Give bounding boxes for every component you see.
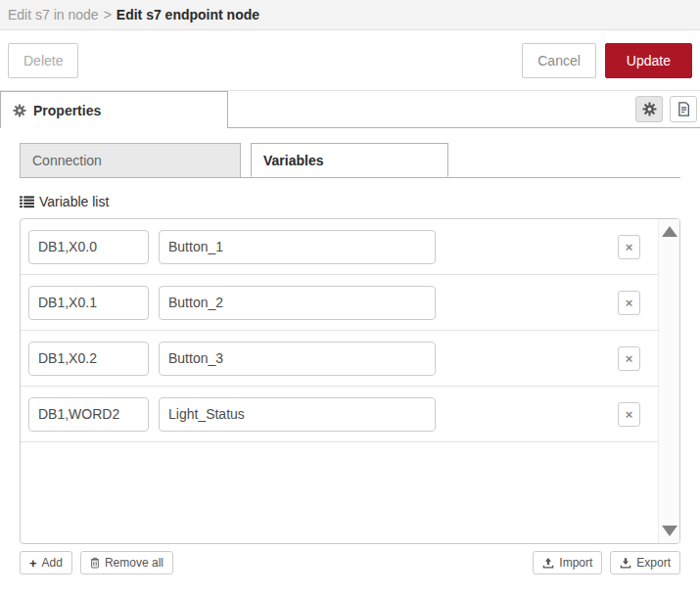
cancel-button[interactable]: Cancel (522, 43, 596, 78)
node-settings-button[interactable] (635, 96, 663, 122)
address-input[interactable] (28, 230, 149, 264)
editor-tab-bar: Properties (0, 91, 700, 128)
node-description-button[interactable] (670, 96, 697, 122)
name-input[interactable] (159, 342, 436, 376)
remove-all-button[interactable]: Remove all (80, 551, 173, 574)
close-icon: × (626, 408, 633, 421)
delete-row-button[interactable]: × (618, 291, 640, 315)
close-icon: × (626, 297, 633, 309)
add-button[interactable]: + Add (20, 551, 72, 574)
breadcrumb-separator: > (104, 7, 112, 23)
list-icon (20, 196, 34, 208)
delete-row-button[interactable]: × (618, 235, 640, 259)
variable-rows: × × × × (21, 219, 658, 442)
trash-icon (90, 557, 100, 569)
section-tab-bar: Connection Variables (20, 143, 680, 178)
gear-icon (13, 104, 26, 117)
variable-list: × × × × (20, 218, 680, 544)
scrollbar[interactable] (658, 219, 679, 543)
tab-properties[interactable]: Properties (0, 91, 228, 128)
variable-list-label: Variable list (39, 194, 109, 209)
variable-row: × (21, 387, 658, 442)
upload-icon (542, 558, 554, 569)
list-footer: + Add Remove all (20, 551, 680, 574)
close-icon: × (626, 241, 633, 253)
address-input[interactable] (28, 286, 149, 320)
breadcrumb: Edit s7 in node > Edit s7 endpoint node (0, 0, 700, 30)
variable-row: × (21, 275, 658, 331)
download-icon (620, 558, 631, 569)
tab-variables-label: Variables (263, 153, 324, 168)
export-button[interactable]: Export (610, 551, 680, 574)
variable-row: × (21, 331, 658, 387)
address-input[interactable] (28, 342, 149, 376)
name-input[interactable] (159, 286, 436, 320)
delete-row-button[interactable]: × (618, 402, 640, 427)
tab-properties-label: Properties (33, 103, 101, 118)
delete-button[interactable]: Delete (8, 43, 78, 78)
tab-connection-label: Connection (32, 153, 102, 168)
editor-side-buttons (635, 91, 697, 127)
import-export-group: Import Export (533, 551, 680, 574)
add-button-label: Add (42, 556, 63, 570)
properties-panel: Connection Variables Variable list (0, 143, 700, 574)
gear-icon (642, 102, 657, 116)
tab-variables[interactable]: Variables (251, 143, 448, 177)
variable-row: × (21, 219, 658, 275)
export-label: Export (636, 556, 671, 570)
triangle-down-icon[interactable] (662, 526, 677, 536)
address-input[interactable] (28, 397, 149, 432)
name-input[interactable] (159, 397, 436, 432)
edit-toolbar: Delete Cancel Update (0, 30, 700, 91)
update-button[interactable]: Update (605, 43, 692, 78)
variable-list-header: Variable list (20, 194, 680, 209)
tab-connection[interactable]: Connection (20, 143, 241, 177)
page-title: Edit s7 endpoint node (117, 7, 259, 23)
name-input[interactable] (159, 230, 436, 264)
plus-icon: + (29, 556, 37, 571)
close-icon: × (626, 352, 633, 365)
import-label: Import (559, 556, 592, 570)
import-button[interactable]: Import (533, 551, 602, 574)
file-text-icon (677, 102, 690, 116)
delete-row-button[interactable]: × (618, 346, 640, 371)
breadcrumb-parent[interactable]: Edit s7 in node (8, 7, 99, 23)
remove-all-label: Remove all (105, 556, 163, 570)
triangle-up-icon[interactable] (662, 226, 677, 237)
